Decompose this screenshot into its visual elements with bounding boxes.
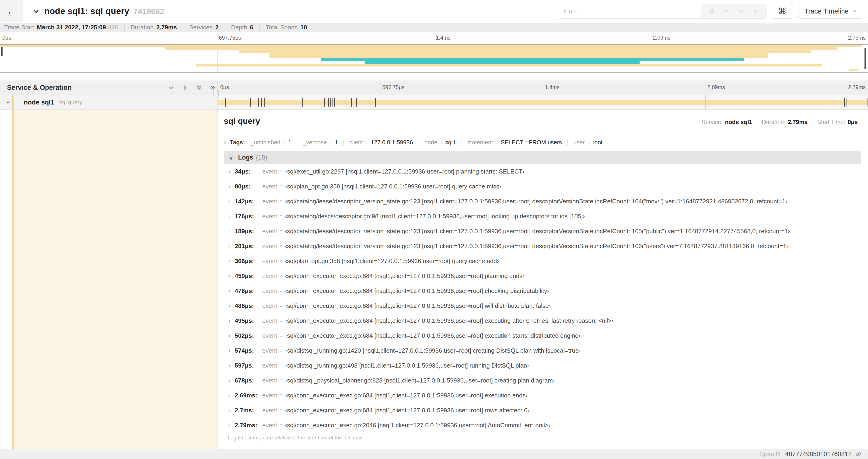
log-row[interactable]: ›678μs:event=‹sql/distsql_physical_plann… (224, 373, 861, 388)
log-field-value: ‹sql/catalog/lease/descriptor_version_st… (285, 228, 790, 235)
meta-value: 2.79ms (788, 119, 808, 126)
chevron-right-icon: › (224, 183, 235, 190)
axis-tick-label: 1.4ms (545, 84, 560, 91)
span-operation-name[interactable]: sql query (60, 99, 82, 106)
trace-info-item: Depth6 (225, 24, 259, 31)
column-resize-grip[interactable]: ❘❘ (211, 90, 221, 96)
log-equals: = (280, 318, 283, 324)
log-timestamp: 189μs: (235, 228, 262, 235)
trace-view-selector[interactable]: Trace Timeline (798, 4, 863, 19)
log-field-value: ‹sql/catalog/descs/descriptor.go:98 [nsq… (285, 213, 585, 220)
log-field-value: ‹sql/conn_executor_exec.go:684 [nsql1,cl… (285, 392, 528, 399)
tags-accordion[interactable]: › Tags: _unfinished=1_verbose=1client=12… (224, 136, 608, 149)
log-rows: ›34μs:event=‹sql/exec_util.go:2297 [nsql… (224, 164, 861, 433)
collapse-controls (167, 80, 217, 95)
log-timestamp: 486μs: (235, 302, 262, 309)
log-equals: = (280, 407, 283, 414)
log-row[interactable]: ›574μs:event=‹sql/distsql_running.go:142… (224, 343, 861, 358)
log-equals: = (280, 258, 283, 264)
log-row[interactable]: ›2.69ms:event=‹sql/conn_executor_exec.go… (224, 388, 861, 403)
tag-equals: = (440, 139, 443, 146)
timeline-axis-header: 0μs697.75μs1.4ms2.09ms2.79ms (218, 80, 868, 95)
axis-tick-label: 0μs (2, 35, 11, 41)
chevron-right-icon: › (224, 242, 235, 250)
collapse-one-icon[interactable] (167, 84, 175, 91)
keyboard-shortcuts-button[interactable]: ⌘ (772, 4, 793, 19)
log-field-key: event (262, 317, 277, 324)
viewport-right-handle[interactable] (865, 48, 866, 69)
chevron-down-icon: ∨ (229, 154, 234, 161)
log-timestamp: 495μs: (235, 317, 262, 324)
tag-key: _verbose (303, 139, 327, 146)
log-row[interactable]: ›80μs:event=‹sql/plan_opt.go:358 [nsql1,… (224, 179, 861, 194)
log-tick (302, 98, 303, 107)
log-row[interactable]: ›201μs:event=‹sql/catalog/lease/descript… (224, 239, 861, 254)
log-timestamp: 459μs: (235, 272, 262, 280)
log-field-key: event (262, 242, 277, 250)
span-id-label: SpanID: (760, 451, 782, 458)
clear-find-icon[interactable] (752, 8, 759, 14)
chevron-right-icon: › (224, 392, 235, 399)
log-row[interactable]: ›495μs:event=‹sql/conn_executor_exec.go:… (224, 313, 861, 328)
back-button[interactable]: ← (0, 0, 23, 22)
tag-item: user=root (567, 139, 608, 146)
log-tick (331, 98, 331, 107)
span-id-value: 4877749850101760812 (785, 451, 852, 458)
span-name-column[interactable]: node sql1 sql query (0, 95, 217, 109)
chevron-down-icon[interactable] (32, 7, 40, 15)
meta-label: Duration: (762, 119, 785, 126)
tag-value: SELECT * FROM users (501, 139, 562, 146)
log-field-key: event (262, 272, 277, 280)
info-label: Depth (231, 24, 247, 31)
chevron-right-icon: › (224, 377, 235, 384)
axis-tick-label: 697.75μs (382, 84, 405, 91)
trace-view-label: Trace Timeline (805, 7, 849, 15)
log-row[interactable]: ›459μs:event=‹sql/conn_executor_exec.go:… (224, 268, 861, 283)
log-row[interactable]: ›142μs:event=‹sql/catalog/lease/descript… (224, 194, 861, 209)
log-timestamp: 574μs: (235, 347, 262, 354)
find-prev-icon[interactable] (723, 8, 730, 15)
tag-key: statement (467, 139, 493, 146)
chevron-right-icon: › (224, 138, 226, 146)
timeline-gridline (706, 80, 706, 95)
log-field-key: event (262, 407, 277, 414)
span-detail-header: sql query Service:node sql1Duration:2.79… (224, 110, 858, 132)
minimap-canvas[interactable] (0, 44, 868, 72)
log-timestamp: 176μs: (235, 213, 262, 220)
detail-meta-item: Service:node sql1 (697, 119, 757, 126)
log-row[interactable]: ›34μs:event=‹sql/exec_util.go:2297 [nsql… (224, 164, 861, 179)
span-service-name[interactable]: node sql1 (24, 99, 54, 106)
log-equals: = (280, 213, 283, 220)
span-row[interactable]: node sql1 sql query (0, 95, 868, 110)
find-next-icon[interactable] (738, 8, 745, 15)
logs-header[interactable]: ∨ Logs (18) (224, 151, 861, 164)
log-row[interactable]: ›486μs:event=‹sql/conn_executor_exec.go:… (224, 298, 861, 313)
link-icon[interactable] (855, 451, 862, 458)
detail-divider (224, 132, 858, 132)
minimap-span-bar (365, 61, 640, 64)
detail-meta-item: Start Time:0μs (812, 119, 858, 126)
log-equals: = (280, 168, 283, 175)
log-row[interactable]: ›476μs:event=‹sql/conn_executor_exec.go:… (224, 283, 861, 298)
find-input[interactable] (558, 4, 701, 19)
row-chevron-down-icon[interactable] (5, 99, 11, 105)
log-row[interactable]: ›2.79ms:event=‹sql/conn_executor_exec.go… (224, 418, 861, 433)
expand-one-icon[interactable] (182, 84, 189, 91)
info-value: 6 (250, 24, 253, 31)
log-row[interactable]: ›502μs:event=‹sql/conn_executor_exec.go:… (224, 328, 861, 343)
log-row[interactable]: ›2.7ms:event=‹sql/conn_executor_exec.go:… (224, 403, 861, 418)
log-row[interactable]: ›176μs:event=‹sql/catalog/descs/descript… (224, 209, 861, 224)
meta-label: Start Time: (817, 119, 845, 126)
log-row[interactable]: ›189μs:event=‹sql/catalog/lease/descript… (224, 224, 861, 239)
log-tick (264, 98, 265, 107)
log-field-value: ‹sql/catalog/lease/descriptor_version_st… (285, 242, 788, 250)
log-field-value: ‹sql/plan_opt.go:358 [nsql1,client=127.0… (285, 183, 501, 190)
collapse-all-icon[interactable] (195, 84, 203, 91)
log-tick (328, 98, 329, 107)
locate-icon[interactable] (709, 8, 716, 15)
trace-info-bar: Trace StartMarch 31 2022, 17:25:09.326Du… (0, 23, 868, 32)
log-row[interactable]: ›366μs:event=‹sql/plan_opt.go:358 [nsql1… (224, 254, 861, 268)
log-timestamp: 34μs: (235, 168, 262, 175)
log-row[interactable]: ›597μs:event=‹sql/distsql_running.go:498… (224, 358, 861, 373)
logs-footnote: Log timestamps are relative to the start… (224, 433, 861, 443)
